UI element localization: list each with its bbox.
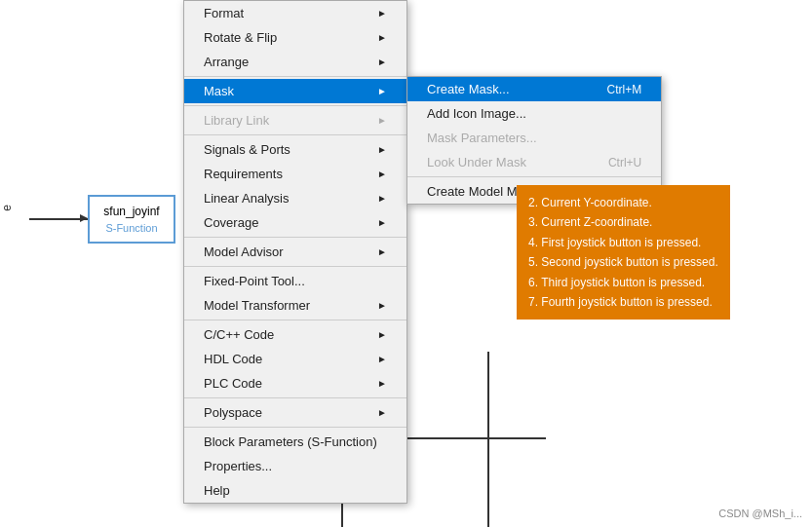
separator-7 (184, 397, 406, 398)
arrow-icon: ► (377, 354, 387, 364)
menu-item-requirements[interactable]: Requirements ► (184, 162, 406, 186)
submenu-item-mask-parameters: Mask Parameters... (407, 126, 661, 150)
info-tooltip-box: 2. Current Y-coordinate. 3. Current Z-co… (517, 185, 730, 320)
arrow-icon: ► (377, 407, 387, 418)
menu-item-block-parameters[interactable]: Block Parameters (S-Function) (184, 430, 406, 454)
submenu-item-look-under-mask: Look Under Mask Ctrl+U (407, 150, 661, 174)
submenu-item-create-mask[interactable]: Create Mask... Ctrl+M (407, 77, 661, 101)
info-line-6: 7. Fourth joystick button is pressed. (528, 292, 718, 312)
info-line-1: 2. Current Y-coordinate. (528, 193, 718, 212)
arrow-icon: ► (377, 193, 387, 204)
context-menu: Format ► Rotate & Flip ► Arrange ► Mask … (183, 0, 407, 504)
arrow-icon: ► (377, 115, 387, 126)
block-area: sfun_joyinf S-Function (29, 195, 175, 244)
block-sublabel: S-Function (101, 222, 162, 234)
info-line-2: 3. Current Z-coordinate. (528, 212, 718, 232)
arrow-icon: ► (377, 56, 387, 67)
menu-item-plc-code[interactable]: PLC Code ► (184, 371, 406, 395)
arrow-icon: ► (377, 329, 387, 340)
separator-1 (184, 76, 406, 77)
menu-item-model-transformer[interactable]: Model Transformer ► (184, 293, 406, 318)
canvas-vline2 (487, 352, 489, 527)
menu-item-hdl-code[interactable]: HDL Code ► (184, 347, 406, 371)
arrow-icon: ► (377, 144, 387, 155)
menu-item-format[interactable]: Format ► (184, 1, 406, 25)
menu-item-library-link: Library Link ► (184, 108, 406, 132)
menu-item-model-advisor[interactable]: Model Advisor ► (184, 240, 406, 264)
separator-6 (184, 320, 406, 320)
separator-5 (184, 266, 406, 267)
menu-item-properties[interactable]: Properties... (184, 454, 406, 478)
left-edge-label: e (0, 205, 14, 211)
arrow-icon: ► (377, 8, 387, 19)
watermark-text: CSDN @MSh_i... (718, 508, 802, 519)
arrow-icon: ► (377, 300, 387, 311)
arrow-icon: ► (377, 169, 387, 179)
menu-item-coverage[interactable]: Coverage ► (184, 210, 406, 235)
menu-item-polyspace[interactable]: Polyspace ► (184, 400, 406, 425)
arrow-icon: ► (377, 217, 387, 228)
menu-item-fixed-point-tool[interactable]: Fixed-Point Tool... (184, 269, 406, 293)
menu-item-arrange[interactable]: Arrange ► (184, 50, 406, 74)
info-line-3: 4. First joystick button is pressed. (528, 233, 718, 252)
wire-left (29, 218, 88, 220)
separator-3 (184, 134, 406, 135)
separator-2 (184, 105, 406, 106)
menu-item-linear-analysis[interactable]: Linear Analysis ► (184, 186, 406, 210)
submenu-separator (407, 176, 661, 177)
menu-item-c-cpp-code[interactable]: C/C++ Code ► (184, 322, 406, 347)
menu-item-help[interactable]: Help (184, 478, 406, 503)
menu-item-mask[interactable]: Mask ► Create Mask... Ctrl+M Add Icon Im… (184, 79, 406, 103)
info-line-5: 6. Third joystick button is pressed. (528, 273, 718, 292)
simulink-block[interactable]: sfun_joyinf S-Function (88, 195, 175, 244)
arrow-icon: ► (377, 32, 387, 43)
separator-8 (184, 427, 406, 428)
block-name: sfun_joyinf (103, 205, 159, 218)
arrow-icon: ► (377, 86, 387, 96)
submenu-item-add-icon-image[interactable]: Add Icon Image... (407, 101, 661, 126)
separator-4 (184, 237, 406, 238)
menu-item-signals-ports[interactable]: Signals & Ports ► (184, 137, 406, 162)
menu-item-rotate-flip[interactable]: Rotate & Flip ► (184, 25, 406, 50)
arrow-icon: ► (377, 246, 387, 257)
info-line-4: 5. Second joystick button is pressed. (528, 252, 718, 272)
arrow-icon: ► (377, 378, 387, 389)
